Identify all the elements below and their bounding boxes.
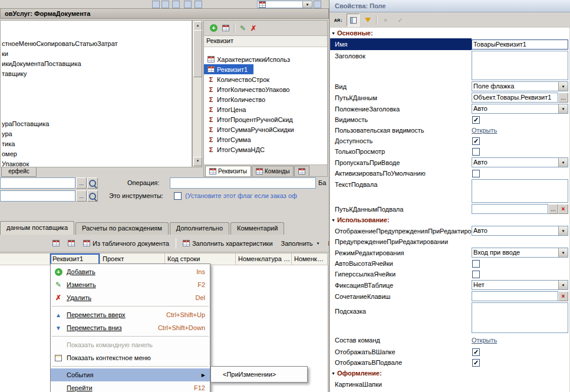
ellipsis-button[interactable]: ... [548, 204, 558, 214]
instruments-checkbox[interactable] [174, 192, 182, 200]
left-field[interactable] [0, 177, 75, 189]
operation-field[interactable] [170, 177, 316, 189]
attribute-item[interactable]: Σ ИтогСумма [204, 134, 257, 144]
filter-button[interactable] [361, 14, 374, 27]
ellipsis-button[interactable]: ... [76, 190, 87, 202]
tab-discrepancies[interactable]: Расчеты по расхождениям [75, 222, 169, 235]
user-visibility-open-link[interactable]: Открыть [472, 127, 497, 134]
caption-input[interactable] [472, 51, 568, 80]
toolbar-icon[interactable] [184, 1, 192, 8]
shortcut-input[interactable] [472, 291, 558, 301]
top-combo[interactable]: ▼ [257, 1, 312, 8]
toolbar-icon[interactable] [162, 1, 169, 8]
menu-item-show-context-menu[interactable]: Показать контекстное меню [51, 351, 210, 364]
cancel-button[interactable]: × [379, 14, 392, 27]
attribute-item[interactable]: Σ КоличествоСтрок [204, 74, 275, 84]
menu-item-move-down[interactable]: ▼ Переместить вниз Ctrl+Shift+Down [51, 321, 210, 334]
column-header-item[interactable]: Номенклатура [292, 253, 328, 265]
footer-text-input[interactable] [472, 179, 568, 203]
show-in-header-checkbox[interactable]: ✓ [472, 348, 480, 356]
footer-data-path-input[interactable] [472, 204, 548, 214]
skip-on-input-dropdown[interactable]: Авто ▼ [472, 157, 568, 167]
scroll-down-icon[interactable]: ▼ [193, 157, 202, 166]
apply-button[interactable]: ✓ [394, 14, 407, 27]
attribute-item[interactable]: Σ ИтогСуммаНДС [204, 144, 271, 154]
kind-dropdown[interactable]: Поле флажка ▼ [472, 81, 568, 91]
ellipsis-button[interactable]: ... [76, 177, 87, 189]
fixation-dropdown[interactable]: Нет ▼ [472, 280, 568, 290]
fill-dropdown-button[interactable]: Заполнить ▼ [278, 238, 323, 249]
scroll-up-icon[interactable]: ▲ [193, 21, 202, 31]
show-in-footer-checkbox[interactable]: ✓ [472, 359, 480, 367]
toolbar-icon[interactable] [314, 1, 321, 8]
tree-item[interactable]: Упаковок [1, 159, 192, 167]
tree-item[interactable]: стноеМенюСкопироватьСтатьюЗатрат [1, 39, 192, 49]
tab-commands[interactable]: Команды [252, 166, 294, 176]
edit-button[interactable]: ✎ [240, 25, 246, 32]
submenu-item-on-change[interactable]: <ПриИзменении> [211, 371, 276, 378]
tree-item[interactable]: икиДокументаПоставщика [1, 59, 192, 69]
left-field[interactable] [0, 190, 75, 202]
menu-item-edit[interactable]: ✎ Изменить F2 [51, 278, 210, 291]
column-header[interactable] [0, 253, 50, 265]
tab-attributes[interactable]: Реквизиты [205, 166, 251, 176]
tree-item[interactable]: омер [1, 149, 192, 159]
attribute-item[interactable]: Σ ИтогПроцентРучнойСкид [204, 114, 299, 124]
menu-item-show-command-bar[interactable]: Показать командную панель [51, 338, 210, 351]
menu-item-delete[interactable]: ✗ Удалить Del [51, 291, 210, 304]
tab-interface[interactable]: ерфейс [1, 167, 37, 177]
tree-item[interactable]: ки [1, 49, 192, 59]
section-appearance[interactable]: ▼ Оформление: [330, 368, 569, 378]
data-path-input[interactable]: Объект.Товары.Реквизит1 [472, 93, 558, 103]
section-main[interactable]: ▼ Основные: [330, 28, 569, 38]
fill-characteristics-button[interactable]: Заполнить характеристики [180, 238, 276, 249]
commands-open-link[interactable]: Открыть [472, 337, 497, 344]
grid-icon-button[interactable] [50, 238, 62, 248]
toolbar-icon[interactable] [195, 1, 202, 8]
cell-hyperlink-checkbox[interactable] [472, 271, 480, 278]
title-position-dropdown[interactable]: Авто ▼ [472, 104, 568, 114]
menu-item-move-up[interactable]: ▲ Переместить вверх Ctrl+Shift+Up [51, 308, 210, 321]
clear-button[interactable]: × [558, 204, 568, 214]
tree-item[interactable]: тика [1, 139, 192, 149]
search-button[interactable] [87, 190, 98, 202]
visibility-checkbox[interactable]: ✓ [472, 116, 480, 124]
add-button[interactable]: + [210, 24, 218, 32]
tab-supplier-data[interactable]: данным поставщика [0, 221, 74, 235]
attribute-item[interactable]: Σ ИтогКоличествоУпаково [204, 84, 295, 94]
toolbar-icon[interactable] [152, 1, 160, 8]
section-usage[interactable]: ▼ Использование: [330, 215, 569, 225]
clear-button[interactable]: × [558, 291, 568, 301]
attribute-item[interactable]: Σ ИтогСуммаРучнойСкидки [204, 124, 300, 134]
table-button[interactable] [222, 25, 229, 31]
column-header-supplier-item[interactable]: Номенклатура поставщ... [236, 253, 292, 265]
activate-checkbox[interactable] [472, 170, 480, 177]
tab-partial[interactable] [294, 166, 309, 176]
sort-alphabetical-button[interactable]: АЯ↓ [332, 14, 345, 27]
edit-mode-dropdown[interactable]: Вход при вводе ▼ [472, 248, 568, 258]
auto-cell-height-checkbox[interactable] [472, 260, 480, 268]
tree-scrollbar[interactable]: ▲ ▼ [192, 20, 202, 167]
attribute-item[interactable]: Σ ИтогКоличество [204, 94, 271, 104]
tree-item[interactable]: тавщику [1, 69, 192, 79]
menu-item-add[interactable]: + Добавить Ins [51, 265, 210, 278]
tab-additional[interactable]: Дополнительно [170, 222, 229, 235]
from-spreadsheet-button[interactable]: Из табличного документа [80, 238, 172, 249]
tree-item[interactable]: ура [1, 129, 192, 139]
sort-by-category-button[interactable] [347, 14, 360, 27]
tooltip-input[interactable] [472, 302, 568, 333]
attribute-item[interactable]: Σ ИтогЦена [204, 104, 252, 114]
edit-warning-display-dropdown[interactable]: Авто ▼ [472, 226, 568, 236]
search-button[interactable] [87, 177, 98, 189]
attribute-item-selected[interactable]: Реквизит1 [204, 64, 253, 74]
grid-icon-button[interactable] [65, 238, 78, 248]
attributes-column-header[interactable]: Реквизит [204, 36, 327, 47]
attribute-item[interactable]: ХарактеристикиИспольз [204, 54, 296, 64]
name-input[interactable]: ТоварыРеквизит1 [472, 39, 568, 50]
tab-comment[interactable]: Комментарий [230, 222, 284, 235]
tree-item[interactable]: ураПоставщика [1, 119, 192, 129]
menu-item-events[interactable]: События ▶ [51, 368, 210, 381]
ellipsis-button[interactable]: ... [558, 93, 568, 103]
toolbar-icon[interactable] [172, 1, 180, 8]
delete-button[interactable]: ✗ [251, 25, 256, 32]
